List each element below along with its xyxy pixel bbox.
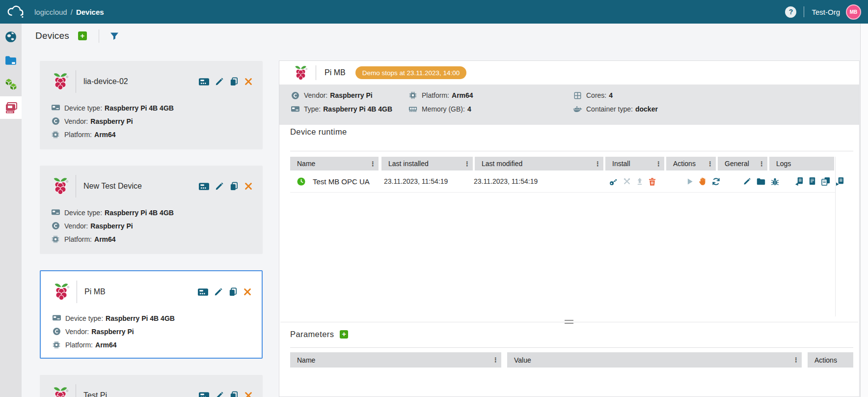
- sidebar-item-devices[interactable]: [0, 96, 22, 119]
- edit-icon[interactable]: [215, 391, 224, 397]
- log-file-icon[interactable]: [809, 177, 816, 186]
- chip-icon: [408, 91, 418, 99]
- sidebar: [0, 24, 22, 397]
- add-device-button[interactable]: +: [78, 31, 87, 40]
- column-menu-icon[interactable]: ⋮: [464, 161, 473, 167]
- edit-icon[interactable]: [743, 177, 751, 186]
- device-card[interactable]: Test Pi: [40, 375, 263, 397]
- delete-x-icon[interactable]: [244, 182, 253, 191]
- device-name: New Test Device: [83, 182, 142, 191]
- vendor-row: Vendor:Raspberry Pi: [52, 325, 262, 338]
- container-row: Container type:docker: [572, 102, 658, 116]
- uninstall-trash-icon[interactable]: [649, 177, 656, 186]
- column-menu-icon[interactable]: ⋮: [793, 357, 802, 363]
- log-import-icon[interactable]: [795, 177, 803, 186]
- parameters-col-actions: Actions: [808, 352, 853, 368]
- add-parameter-button[interactable]: +: [340, 330, 348, 339]
- install-key-icon[interactable]: [609, 177, 618, 186]
- splitter-handle-icon[interactable]: [565, 320, 573, 324]
- card-divider: [76, 175, 76, 198]
- runtime-scroll-divider: [835, 157, 836, 316]
- row-actions: [687, 170, 720, 192]
- cores-row: Cores:4: [572, 88, 658, 102]
- packages-icon: [5, 78, 17, 90]
- start-play-icon[interactable]: [687, 178, 693, 185]
- breadcrumb-page: Devices: [76, 8, 104, 16]
- details-title: Pi MB: [325, 68, 346, 77]
- device-card[interactable]: New Test Device Device type:Raspberry Pi…: [40, 166, 263, 254]
- runtime-col-last-modified: Last modified⋮: [475, 157, 603, 170]
- chip-icon: [52, 341, 61, 349]
- demo-badge: Demo stops at 23.11.2023, 14:00: [355, 66, 467, 79]
- raspberry-pi-logo-icon: [53, 176, 68, 196]
- vendor-icon: [51, 117, 60, 125]
- platform-row: Platform:Arm64: [51, 128, 263, 141]
- runtime-last-installed: 23.11.2023, 11:54:19: [384, 170, 448, 192]
- delete-x-icon[interactable]: [244, 77, 253, 86]
- restart-refresh-icon[interactable]: [712, 177, 720, 186]
- upload-icon[interactable]: [636, 177, 643, 185]
- topbar-right: ? Test-Org MB: [785, 4, 861, 20]
- runtime-table-row[interactable]: Test MB OPC UA 23.11.2023, 11:54:19 23.1…: [290, 170, 835, 193]
- breadcrumb-app[interactable]: logiccloud: [34, 8, 67, 16]
- device-card-selected[interactable]: Pi MB Device type:Raspberry Pi 4B 4GB Ve…: [40, 270, 263, 359]
- platform-row: Platform:Arm64: [51, 232, 263, 246]
- device-terminal-icon[interactable]: [199, 78, 209, 86]
- edit-icon[interactable]: [215, 182, 224, 191]
- raspberry-pi-logo-icon: [54, 282, 69, 302]
- raspberry-pi-logo-icon: [53, 72, 68, 91]
- column-menu-icon[interactable]: ⋮: [492, 357, 501, 363]
- column-menu-icon[interactable]: ⋮: [655, 161, 664, 167]
- edit-icon[interactable]: [214, 287, 223, 297]
- device-type-icon: [51, 105, 60, 111]
- runtime-last-modified: 23.11.2023, 11:54:19: [474, 170, 538, 192]
- device-terminal-icon[interactable]: [198, 288, 208, 296]
- copy-icon[interactable]: [229, 391, 239, 397]
- edit-icon[interactable]: [215, 77, 224, 86]
- column-menu-icon[interactable]: ⋮: [370, 161, 379, 167]
- org-name[interactable]: Test-Org: [812, 8, 840, 16]
- raspberry-pi-logo-icon: [294, 65, 307, 81]
- log-export-icon[interactable]: [836, 177, 844, 186]
- device-terminal-icon[interactable]: [199, 392, 209, 397]
- copy-icon[interactable]: [229, 181, 239, 191]
- copy-icon[interactable]: [229, 77, 239, 86]
- log-actions: [795, 170, 844, 192]
- vendor-icon: [51, 222, 60, 229]
- device-card[interactable]: lia-device-02 Device type:Raspberry Pi 4…: [40, 61, 263, 149]
- delete-x-icon[interactable]: [244, 391, 253, 397]
- runtime-col-last-installed: Last installed⋮: [381, 157, 473, 170]
- column-menu-icon[interactable]: ⋮: [595, 161, 603, 167]
- column-menu-icon[interactable]: ⋮: [759, 161, 767, 167]
- vendor-icon: [52, 328, 61, 335]
- parameters-col-name: Name⋮: [290, 352, 501, 368]
- raspberry-pi-logo-icon: [53, 386, 68, 397]
- device-name: lia-device-02: [83, 77, 128, 86]
- copy-icon[interactable]: [228, 287, 238, 297]
- delete-x-icon[interactable]: [243, 287, 252, 296]
- filter-icon[interactable]: [110, 32, 119, 40]
- sidebar-item-deployments[interactable]: [0, 73, 22, 95]
- logiccloud-logo-icon[interactable]: [7, 4, 26, 19]
- runtime-col-logs: Logs: [769, 157, 834, 170]
- debug-bug-icon[interactable]: [771, 177, 779, 186]
- column-menu-icon[interactable]: ⋮: [707, 161, 716, 167]
- memory-row: Memory (GB):4: [408, 102, 473, 116]
- avatar[interactable]: MB: [846, 4, 861, 20]
- device-terminal-icon[interactable]: [199, 182, 209, 191]
- device-type-icon: [290, 106, 300, 113]
- details-divider: [316, 65, 316, 80]
- vendor-icon: [290, 92, 300, 99]
- page-title: Devices: [35, 30, 69, 41]
- page-scrollbar[interactable]: [860, 24, 868, 397]
- folder-icon[interactable]: [757, 178, 765, 185]
- stop-hand-icon[interactable]: [699, 177, 706, 186]
- sidebar-item-globe[interactable]: [0, 26, 22, 48]
- device-name: Pi MB: [84, 287, 106, 296]
- help-icon[interactable]: ?: [785, 6, 796, 18]
- info-col-1: Vendor:Raspberry Pi Type:Raspberry Pi 4B…: [290, 88, 392, 116]
- configure-tools-icon[interactable]: [623, 177, 631, 185]
- log-copy-icon[interactable]: [821, 177, 830, 186]
- sidebar-item-projects[interactable]: [0, 49, 22, 72]
- device-type-row: Device type:Raspberry Pi 4B 4GB: [52, 312, 262, 325]
